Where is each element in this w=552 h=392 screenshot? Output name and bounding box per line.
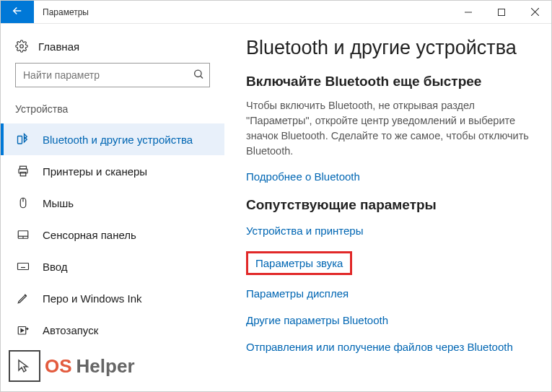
page-heading: Bluetooth и другие устройства [246,37,537,59]
nav-item-label: Мышь [43,197,74,209]
search-icon [193,69,204,82]
svg-rect-10 [20,173,26,176]
nav-item-label: Перо и Windows Ink [43,292,142,305]
related-settings: Сопутствующие параметры Устройства и при… [246,197,537,353]
gear-icon [15,40,28,53]
minimize-button[interactable] [452,1,485,23]
nav-item-label: Автозапуск [43,324,98,336]
nav-item-mouse[interactable]: Мышь [1,187,224,219]
svg-line-6 [201,76,203,78]
window-title: Параметры [34,1,452,23]
nav-item-printer[interactable]: Принтеры и сканеры [1,155,224,187]
sidebar: Главная Устройства Bluetooth и другие ус… [1,24,224,391]
nav-item-label: Принтеры и сканеры [43,165,147,178]
printer-icon [17,165,30,178]
nav-item-keyboard[interactable]: Ввод [1,251,224,282]
home-button[interactable]: Главная [1,34,224,63]
svg-rect-7 [18,136,22,144]
related-link[interactable]: Другие параметры Bluetooth [246,314,388,326]
related-link[interactable]: Параметры звука [255,257,343,269]
nav-item-pen[interactable]: Перо и Windows Ink [1,282,224,314]
search-input[interactable] [15,63,210,87]
svg-point-5 [195,70,201,77]
nav-item-autoplay[interactable]: Автозапуск [1,314,224,346]
arrow-left-icon [11,4,24,20]
highlighted-link-box: Параметры звука [246,251,352,275]
related-link[interactable]: Отправления или получение файлов через B… [246,341,513,353]
main-panel: Bluetooth и другие устройства Включайте … [224,24,551,391]
svg-point-4 [20,45,24,48]
maximize-button[interactable] [485,1,518,23]
sub-heading: Включайте Bluetooth еще быстрее [246,74,537,90]
bluetooth-icon [17,133,30,146]
learn-more-link[interactable]: Подробнее о Bluetooth [246,170,360,183]
nav-list: Bluetooth и другие устройстваПринтеры и … [1,123,224,346]
related-heading: Сопутствующие параметры [246,197,537,213]
svg-rect-16 [18,263,29,270]
autoplay-icon [17,323,30,336]
nav-item-touchpad[interactable]: Сенсорная панель [1,219,224,251]
nav-item-bluetooth[interactable]: Bluetooth и другие устройства [1,123,224,155]
titlebar: Параметры [1,1,551,24]
pen-icon [17,292,30,305]
nav-item-label: Ввод [43,261,68,273]
keyboard-icon [17,260,30,273]
nav-item-label: Bluetooth и другие устройства [43,134,193,146]
mouse-icon [17,196,30,209]
home-label: Главная [38,40,79,53]
nav-item-label: Сенсорная панель [43,229,136,241]
back-button[interactable] [1,1,34,23]
close-button[interactable] [518,1,551,23]
search-box[interactable] [15,63,210,87]
related-link[interactable]: Устройства и принтеры [246,225,363,237]
window-controls [452,1,551,23]
related-link[interactable]: Параметры дисплея [246,287,349,300]
section-label: Устройства [1,103,224,123]
svg-marker-23 [21,329,24,333]
touchpad-icon [17,228,30,241]
description-text: Чтобы включить Bluetooth, не открывая ра… [246,98,535,159]
svg-rect-1 [499,9,505,15]
